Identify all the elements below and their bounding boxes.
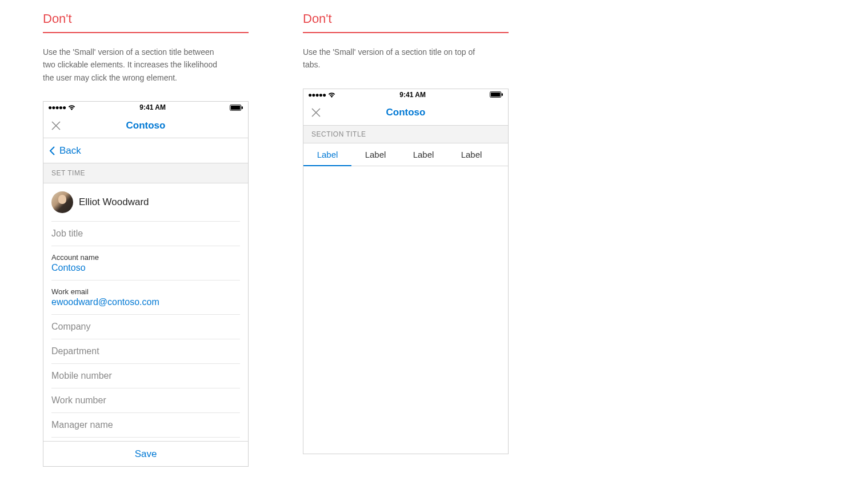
department-placeholder: Department xyxy=(51,346,240,356)
section-header: SECTION TITLE xyxy=(303,126,508,143)
example-1: Don't Use the 'Small' version of a secti… xyxy=(43,11,249,467)
nav-title: Contoso xyxy=(386,107,426,118)
phone-mock-1: ●●●●● 9:41 AM Contoso xyxy=(43,101,249,467)
status-time: 9:41 AM xyxy=(399,91,426,99)
company-field[interactable]: Company xyxy=(51,314,240,339)
nav-title: Contoso xyxy=(126,120,166,131)
mobile-number-field[interactable]: Mobile number xyxy=(51,363,240,388)
job-title-field[interactable]: Job title xyxy=(51,221,240,246)
wifi-icon xyxy=(328,92,335,98)
save-button[interactable]: Save xyxy=(43,441,248,466)
battery-icon xyxy=(490,91,503,98)
back-label: Back xyxy=(59,145,81,157)
tab-4-label: Label xyxy=(461,150,482,159)
example-2: Don't Use the 'Small' version of a secti… xyxy=(303,11,509,467)
manager-name-field[interactable]: Manager name xyxy=(51,412,240,437)
example-2-description: Use the 'Small' version of a section tit… xyxy=(303,46,486,71)
save-label: Save xyxy=(135,448,157,460)
tab-2[interactable]: Label xyxy=(351,143,399,166)
tab-1-label: Label xyxy=(317,150,338,159)
phone-mock-2: ●●●●● 9:41 AM Contoso SECTION TITLE xyxy=(303,89,509,454)
contact-name: Elliot Woodward xyxy=(79,197,149,208)
manager-number-field[interactable]: Manager number xyxy=(51,437,240,441)
tab-4[interactable]: Label xyxy=(447,143,495,166)
wifi-icon xyxy=(68,105,75,110)
back-button[interactable]: Back xyxy=(43,138,248,163)
status-bar: ●●●●● 9:41 AM xyxy=(43,102,248,113)
svg-rect-1 xyxy=(231,106,241,110)
section-header: SET TIME xyxy=(43,163,248,183)
account-name-label: Account name xyxy=(51,253,240,262)
nav-bar: Contoso xyxy=(43,113,248,138)
tab-3-label: Label xyxy=(413,150,434,159)
work-number-placeholder: Work number xyxy=(51,395,240,406)
work-email-field[interactable]: Work email ewoodward@contoso.com xyxy=(51,280,240,314)
close-icon[interactable] xyxy=(310,107,322,118)
svg-rect-5 xyxy=(502,93,503,96)
manager-name-placeholder: Manager name xyxy=(51,420,240,430)
tab-2-label: Label xyxy=(365,150,386,159)
example-2-heading: Don't xyxy=(303,11,509,33)
tab-1[interactable]: Label xyxy=(303,143,351,166)
account-name-field[interactable]: Account name Contoso xyxy=(51,246,240,280)
status-time: 9:41 AM xyxy=(139,103,166,111)
form-content: Elliot Woodward Job title Account name C… xyxy=(43,183,248,441)
tab-3[interactable]: Label xyxy=(399,143,447,166)
work-email-label: Work email xyxy=(51,287,240,296)
status-left: ●●●●● xyxy=(48,103,75,111)
chevron-left-icon xyxy=(49,146,56,156)
svg-rect-4 xyxy=(491,93,501,97)
status-bar: ●●●●● 9:41 AM xyxy=(303,89,508,101)
tab-content xyxy=(303,166,508,454)
work-email-value: ewoodward@contoso.com xyxy=(51,297,240,307)
signal-dots-icon: ●●●●● xyxy=(308,91,326,99)
battery-icon xyxy=(230,105,243,111)
svg-rect-2 xyxy=(242,106,243,109)
status-left: ●●●●● xyxy=(308,91,335,99)
company-placeholder: Company xyxy=(51,322,240,332)
account-name-value: Contoso xyxy=(51,263,240,273)
close-icon[interactable] xyxy=(50,120,62,131)
nav-bar: Contoso xyxy=(303,101,508,126)
avatar xyxy=(51,191,73,213)
contact-header: Elliot Woodward xyxy=(43,183,248,221)
example-1-heading: Don't xyxy=(43,11,249,33)
signal-dots-icon: ●●●●● xyxy=(48,103,66,111)
work-number-field[interactable]: Work number xyxy=(51,388,240,412)
mobile-placeholder: Mobile number xyxy=(51,371,240,381)
example-1-description: Use the 'Small' version of a section tit… xyxy=(43,46,226,84)
department-field[interactable]: Department xyxy=(51,339,240,363)
job-title-placeholder: Job title xyxy=(51,229,240,239)
tabs-row: Label Label Label Label xyxy=(303,143,508,166)
